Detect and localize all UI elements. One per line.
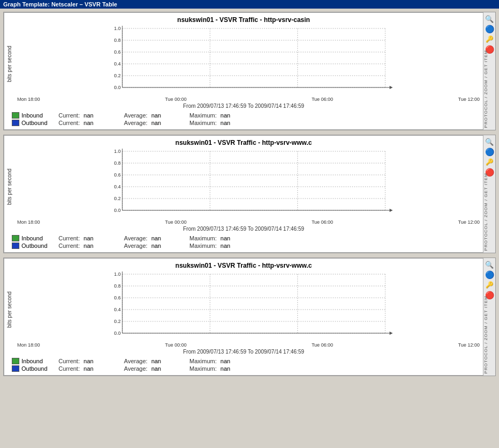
stat-maximum: Maximum: nan: [189, 365, 254, 372]
x-label: Mon 18:00: [17, 97, 40, 102]
x-label: Tue 12:00: [458, 219, 480, 225]
legend-stats: Current: nan Average: nan Maximum: nan: [58, 365, 475, 372]
legend-row: Outbound Current: nan Average: nan Maxim…: [12, 365, 475, 372]
stat-maximum: Maximum: nan: [189, 243, 254, 249]
svg-text:0.0: 0.0: [114, 331, 121, 336]
legend-color-swatch: [12, 365, 19, 372]
svg-marker-17: [390, 86, 393, 89]
x-label: Mon 18:00: [17, 219, 40, 225]
svg-text:0.8: 0.8: [114, 283, 121, 289]
svg-text:0.0: 0.0: [114, 85, 121, 90]
stat-average: Average: nan: [124, 112, 188, 119]
side-icons-panel: 🔍 🔵 🔑 🔴 PROTOCOL / ZOOM / GET ITEM: [483, 258, 495, 376]
info-icon[interactable]: 🔵: [485, 25, 494, 33]
legend-stats: Current: nan Average: nan Maximum: nan: [58, 235, 475, 241]
key-icon[interactable]: 🔑: [485, 158, 494, 166]
svg-text:1.0: 1.0: [114, 26, 121, 31]
graph-row-2: nsukswin01 - VSVR Traffic - http-vsrv-ww…: [3, 135, 496, 253]
legend-label: Inbound: [21, 235, 56, 241]
x-label: Tue 12:00: [458, 342, 480, 348]
svg-marker-57: [390, 332, 393, 335]
side-panel-label: PROTOCOL / ZOOM / GET ITEM: [483, 50, 495, 128]
svg-marker-37: [390, 209, 393, 212]
stat-average: Average: nan: [124, 235, 188, 241]
legend-color-swatch: [12, 112, 19, 119]
svg-text:0.2: 0.2: [114, 73, 121, 78]
x-axis-labels: Mon 18:00Tue 00:00Tue 06:00Tue 12:00: [16, 342, 481, 348]
stat-maximum: Maximum: nan: [189, 358, 254, 364]
stat-current: Current: nan: [58, 235, 123, 241]
chart-svg: 1.00.80.60.40.20.0: [16, 26, 481, 96]
svg-text:0.6: 0.6: [114, 295, 121, 300]
stat-maximum: Maximum: nan: [189, 120, 254, 126]
chart-svg: 1.00.80.60.40.20.0: [16, 149, 481, 218]
legend-label: Inbound: [21, 358, 56, 364]
info-icon[interactable]: 🔵: [485, 270, 494, 279]
x-label: Tue 00:00: [165, 342, 186, 348]
page-content: nsukswin01 - VSVR Traffic - http-vsrv-ca…: [0, 9, 499, 379]
x-label: Tue 06:00: [312, 97, 333, 102]
graph-row-1: nsukswin01 - VSVR Traffic - http-vsrv-ca…: [3, 12, 496, 130]
graph-row-3: nsukswin01 - VSVR Traffic - http-vsrv-ww…: [3, 258, 496, 376]
stat-average: Average: nan: [124, 358, 188, 364]
svg-text:0.6: 0.6: [114, 49, 121, 55]
legend-stats: Current: nan Average: nan Maximum: nan: [58, 358, 475, 364]
y-axis-label: bits per second: [6, 271, 16, 348]
legend-color-swatch: [12, 358, 19, 364]
zoom-icon[interactable]: 🔍: [485, 260, 494, 269]
stat-average: Average: nan: [124, 120, 188, 126]
svg-text:0.4: 0.4: [114, 184, 121, 189]
x-label: Mon 18:00: [17, 342, 40, 348]
key-icon[interactable]: 🔑: [485, 281, 494, 289]
graph-legend: Inbound Current: nan Average: nan Maximu…: [6, 234, 481, 250]
legend-color-swatch: [12, 120, 19, 126]
key-icon[interactable]: 🔑: [485, 35, 494, 43]
svg-text:0.2: 0.2: [114, 319, 121, 324]
y-axis-label: bits per second: [6, 26, 16, 102]
stat-current: Current: nan: [58, 365, 123, 372]
svg-text:0.0: 0.0: [114, 208, 121, 213]
svg-text:0.4: 0.4: [114, 61, 121, 67]
side-icons-panel: 🔍 🔵 🔑 🔴 PROTOCOL / ZOOM / GET ITEM: [483, 12, 495, 130]
x-label: Tue 06:00: [312, 219, 333, 225]
svg-text:0.8: 0.8: [114, 160, 121, 166]
stat-average: Average: nan: [124, 243, 188, 249]
side-panel-label: PROTOCOL / ZOOM / GET ITEM: [483, 173, 495, 251]
title-bar: Graph Template: Netscaler – VSVR Table: [0, 0, 499, 9]
graph-legend: Inbound Current: nan Average: nan Maximu…: [6, 357, 481, 373]
svg-text:0.4: 0.4: [114, 307, 121, 312]
x-label: Tue 12:00: [458, 97, 480, 102]
stat-current: Current: nan: [58, 358, 123, 364]
legend-row: Inbound Current: nan Average: nan Maximu…: [12, 235, 475, 241]
stat-maximum: Maximum: nan: [189, 235, 254, 241]
x-label: Tue 00:00: [165, 97, 186, 102]
zoom-icon[interactable]: 🔍: [485, 14, 494, 23]
x-axis-labels: Mon 18:00Tue 00:00Tue 06:00Tue 12:00: [16, 219, 481, 225]
legend-row: Outbound Current: nan Average: nan Maxim…: [12, 243, 475, 249]
svg-text:0.6: 0.6: [114, 172, 121, 178]
zoom-icon[interactable]: 🔍: [485, 137, 494, 146]
legend-stats: Current: nan Average: nan Maximum: nan: [58, 120, 475, 126]
side-panel-label: PROTOCOL / ZOOM / GET ITEM: [483, 296, 495, 373]
chart-container: 1.00.80.60.40.20.0 Mon 18:00Tue 00:00Tue…: [16, 26, 481, 102]
graph-main: nsukswin01 - VSVR Traffic - http-vsrv-ww…: [4, 135, 483, 253]
legend-label: Outbound: [21, 365, 56, 372]
legend-label: Outbound: [21, 120, 56, 126]
graph-title: nsukswin01 - VSVR Traffic - http-vsrv-ww…: [175, 139, 312, 146]
x-axis-labels: Mon 18:00Tue 00:00Tue 06:00Tue 12:00: [16, 97, 481, 102]
legend-label: Outbound: [21, 243, 56, 249]
legend-stats: Current: nan Average: nan Maximum: nan: [58, 243, 475, 249]
stat-maximum: Maximum: nan: [189, 112, 254, 119]
svg-text:1.0: 1.0: [114, 149, 121, 154]
page-title: Graph Template: Netscaler – VSVR Table: [3, 1, 117, 8]
graph-area: bits per second 1.00.80.60.40.20.0 Mon 1…: [6, 149, 481, 225]
date-range: From 2009/07/13 17:46:59 To 2009/07/14 1…: [183, 226, 304, 232]
legend-row: Inbound Current: nan Average: nan Maximu…: [12, 112, 475, 119]
y-axis-label: bits per second: [6, 149, 16, 225]
svg-text:0.8: 0.8: [114, 38, 121, 43]
svg-text:0.2: 0.2: [114, 196, 121, 201]
graph-title: nsukswin01 - VSVR Traffic - http-vsrv-ca…: [177, 16, 310, 24]
stat-average: Average: nan: [124, 365, 188, 372]
info-icon[interactable]: 🔵: [485, 148, 494, 156]
legend-row: Inbound Current: nan Average: nan Maximu…: [12, 358, 475, 364]
